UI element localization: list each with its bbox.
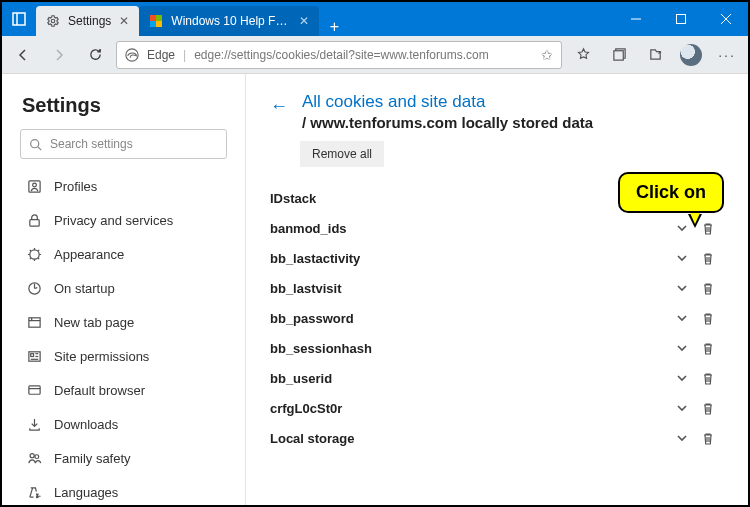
sidebar-item-default-browser[interactable]: Default browser <box>20 373 227 407</box>
expand-button[interactable] <box>676 312 702 324</box>
close-window-button[interactable] <box>703 2 748 36</box>
sidebar-item-label: Profiles <box>54 179 97 194</box>
sidebar-icon <box>26 314 42 330</box>
sidebar-icon <box>26 178 42 194</box>
sidebar-item-label: Languages <box>54 485 118 500</box>
breadcrumb-link[interactable]: All cookies and site data <box>302 92 593 112</box>
svg-rect-6 <box>156 21 162 27</box>
cookie-name: crfgL0cSt0r <box>270 401 676 416</box>
read-aloud-icon[interactable]: ✩ <box>541 47 553 63</box>
cookie-row: bb_userid <box>270 363 724 393</box>
profile-button[interactable] <box>676 40 706 70</box>
svg-rect-24 <box>30 353 33 356</box>
svg-rect-8 <box>676 15 685 24</box>
forward-button[interactable] <box>44 40 74 70</box>
cookie-name: bb_userid <box>270 371 676 386</box>
tab-title: Settings <box>68 14 111 28</box>
refresh-button[interactable] <box>80 40 110 70</box>
sidebar-item-appearance[interactable]: Appearance <box>20 237 227 271</box>
svg-point-18 <box>29 249 38 258</box>
engine-label: Edge <box>147 48 175 62</box>
collections-button[interactable] <box>604 40 634 70</box>
tab-title: Windows 10 Help Forums <box>171 14 291 28</box>
close-icon[interactable]: ✕ <box>119 14 129 28</box>
url-text: edge://settings/cookies/detail?site=www.… <box>194 48 533 62</box>
new-tab-button[interactable]: + <box>319 18 349 36</box>
svg-rect-28 <box>28 385 39 393</box>
delete-button[interactable] <box>702 282 724 295</box>
tab-forums[interactable]: Windows 10 Help Forums ✕ <box>139 6 319 36</box>
sidebar-item-label: On startup <box>54 281 115 296</box>
delete-button[interactable] <box>702 402 724 415</box>
expand-button[interactable] <box>676 342 702 354</box>
sidebar-item-label: Default browser <box>54 383 145 398</box>
expand-button[interactable] <box>676 372 702 384</box>
sidebar-icon <box>26 348 42 364</box>
extensions-button[interactable] <box>640 40 670 70</box>
cookie-name: bb_lastactivity <box>270 251 676 266</box>
page-subtitle: / www.tenforums.com locally stored data <box>302 114 593 131</box>
delete-button[interactable] <box>702 432 724 445</box>
minimize-button[interactable] <box>613 2 658 36</box>
delete-button[interactable] <box>702 222 724 235</box>
cookie-name: IDstack <box>270 191 676 206</box>
sidebar-item-label: New tab page <box>54 315 134 330</box>
annotation-tooltip: Click on <box>618 172 724 213</box>
sidebar-item-site-permissions[interactable]: Site permissions <box>20 339 227 373</box>
maximize-button[interactable] <box>658 2 703 36</box>
cookie-row: crfgL0cSt0r <box>270 393 724 423</box>
back-arrow-button[interactable]: ← <box>270 96 288 117</box>
remove-all-button[interactable]: Remove all <box>300 141 384 167</box>
delete-button[interactable] <box>702 372 724 385</box>
svg-rect-5 <box>150 21 156 27</box>
expand-button[interactable] <box>676 282 702 294</box>
sidebar-item-label: Privacy and services <box>54 213 173 228</box>
sidebar-item-privacy-and-services[interactable]: Privacy and services <box>20 203 227 237</box>
sidebar-item-on-startup[interactable]: On startup <box>20 271 227 305</box>
search-input[interactable]: Search settings <box>20 129 227 159</box>
expand-button[interactable] <box>676 402 702 414</box>
sidebar-item-profiles[interactable]: Profiles <box>20 169 227 203</box>
sidebar-item-family-safety[interactable]: Family safety <box>20 441 227 475</box>
sidebar-icon <box>26 416 42 432</box>
address-bar[interactable]: Edge | edge://settings/cookies/detail?si… <box>116 41 562 69</box>
window-titlebar: Settings ✕ Windows 10 Help Forums ✕ + <box>2 2 748 36</box>
tab-settings[interactable]: Settings ✕ <box>36 6 139 36</box>
cookie-row: bb_lastactivity <box>270 243 724 273</box>
svg-rect-3 <box>150 15 156 21</box>
svg-point-13 <box>31 139 39 147</box>
sidebar-icon <box>26 484 42 500</box>
svg-rect-0 <box>13 13 25 25</box>
sidebar-item-label: Site permissions <box>54 349 149 364</box>
sidebar-icon <box>26 280 42 296</box>
page-header: ← All cookies and site data / www.tenfor… <box>270 92 724 131</box>
expand-button[interactable] <box>676 252 702 264</box>
sidebar-item-label: Family safety <box>54 451 131 466</box>
sidebar-item-languages[interactable]: Languages <box>20 475 227 505</box>
sidebar-item-label: Appearance <box>54 247 124 262</box>
window-controls <box>613 2 748 36</box>
sidebar-icon <box>26 212 42 228</box>
menu-button[interactable]: ··· <box>712 40 742 70</box>
cookie-name: bb_sessionhash <box>270 341 676 356</box>
tooltip-balloon: Click on <box>618 172 724 213</box>
cookie-row: banmod_ids <box>270 213 724 243</box>
tab-actions-icon[interactable] <box>2 2 36 36</box>
sidebar-item-downloads[interactable]: Downloads <box>20 407 227 441</box>
close-icon[interactable]: ✕ <box>299 14 309 28</box>
cookie-row: bb_sessionhash <box>270 333 724 363</box>
svg-point-2 <box>51 19 55 23</box>
settings-main: ← All cookies and site data / www.tenfor… <box>246 74 748 505</box>
favorites-button[interactable] <box>568 40 598 70</box>
expand-button[interactable] <box>676 432 702 444</box>
delete-button[interactable] <box>702 312 724 325</box>
sidebar-icon <box>26 450 42 466</box>
cookie-row: bb_password <box>270 303 724 333</box>
cookie-name: banmod_ids <box>270 221 676 236</box>
cookie-name: Local storage <box>270 431 676 446</box>
back-button[interactable] <box>8 40 38 70</box>
sidebar-item-new-tab-page[interactable]: New tab page <box>20 305 227 339</box>
delete-button[interactable] <box>702 342 724 355</box>
sidebar-item-label: Downloads <box>54 417 118 432</box>
delete-button[interactable] <box>702 252 724 265</box>
